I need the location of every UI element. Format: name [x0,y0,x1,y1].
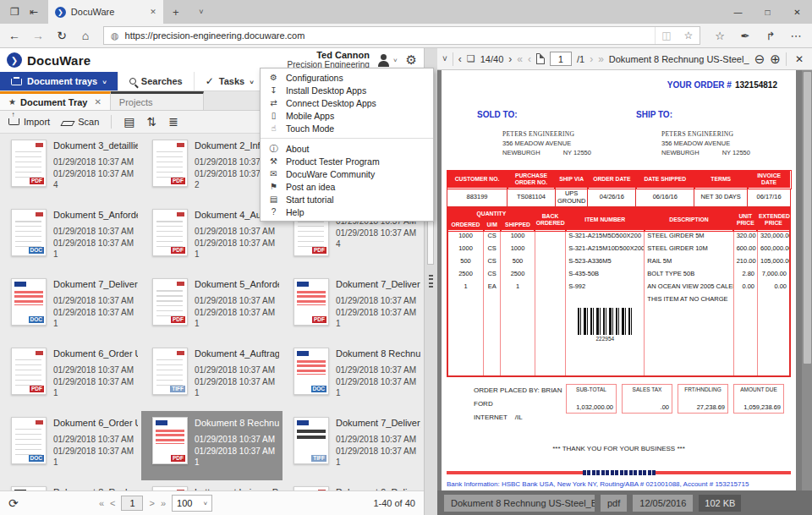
favorites-bar-icon[interactable]: ☆ [707,30,732,42]
nav-tasks[interactable]: ✓ Tasks ˅ [195,72,266,90]
window-minimize-button[interactable]: — [723,0,753,24]
menu-item-help[interactable]: ?Help [261,205,433,218]
browser-tab-docuware[interactable]: ❯ DocuWare ✕ [48,0,163,24]
item-extended-price: 105,000.00 [757,256,790,269]
page-size-select[interactable]: 100 ˅ [172,495,212,512]
file-type-badge: PDF [171,178,185,185]
thumb-lines [156,290,183,317]
favorite-star-icon[interactable]: ☆ [678,30,700,41]
more-options-icon[interactable]: ⋯ [783,30,809,42]
home-button[interactable]: ⌂ [74,29,96,42]
set-tabs-aside-icon[interactable]: ⇤ [30,6,38,18]
item-unit-price: 2.80 [733,269,757,282]
tab-document-tray[interactable]: ★ Document Tray ✕ [0,91,111,110]
favorite-star-icon[interactable]: ★ [8,97,16,107]
document-item[interactable]: Letter_out Leisure Park J [141,480,283,490]
document-item[interactable]: PDFDokument 3_detailliertes01/29/2018 10… [0,134,141,203]
menu-item-about[interactable]: ⓘAbout [261,142,433,155]
document-item[interactable]: DOCDokument 7_Delivery No01/29/2018 10:3… [0,272,141,342]
next-page-button[interactable]: › [590,53,593,65]
document-item[interactable]: DOCDokument 5_Anforderun01/29/2018 10:37… [0,203,141,272]
document-item[interactable]: PDFDokument 7_Delivery No01/29/2018 10:3… [283,272,424,342]
viewer-scrollbar-thumb[interactable] [804,72,811,364]
prev-page-button[interactable]: < [110,498,115,508]
viewer-close-icon[interactable]: ✕ [795,53,804,65]
viewer-menu-chevron-icon[interactable]: ˅ [442,54,447,63]
item-header: BACK ORDERED [535,208,565,231]
item-cell [501,294,535,307]
document-page-count: 1 [195,249,279,260]
menu-item-configurations[interactable]: ⚙Configurations [261,71,433,84]
menu-item-start-tutorial[interactable]: ▤Start tutorial [261,193,433,205]
menu-item-label: Touch Mode [286,123,334,134]
first-page-button[interactable]: « [99,498,104,508]
item-backordered [535,256,565,269]
viewer-page-input[interactable]: 1 [550,52,572,66]
document-item[interactable]: PDFDokument 6_Order US-501/29/2018 10:37… [0,342,141,411]
viewer-scrollbar[interactable] [802,70,812,490]
sort-icon[interactable]: ⇅ [147,115,157,129]
document-item[interactable]: TIFFDokument 7_Delivery no01/29/2018 10:… [283,411,424,480]
menu-item-product-tester-program[interactable]: ⚒Product Tester Program [261,155,433,167]
document-thumbnail: PDF [294,278,329,326]
window-close-button[interactable]: ✕ [782,0,812,24]
window-maximize-button[interactable]: □ [753,0,782,24]
tab-projects[interactable]: Projects [111,91,204,110]
reading-view-icon[interactable]: ◫ [656,30,678,41]
menu-item-mobile-apps[interactable]: ▯Mobile Apps [261,109,433,122]
status-filename: Dokument 8 Rechnung US-Steel_Barcod... [444,495,595,512]
nav-searches[interactable]: Searches [118,72,195,90]
import-button[interactable]: Import [8,117,50,127]
menu-item-install-desktop-apps[interactable]: ↧Install Desktop Apps [261,84,433,96]
forward-button[interactable]: → [27,29,49,42]
nav-document-trays[interactable]: Document trays ˅ [0,72,118,90]
refresh-list-icon[interactable]: ⟳ [8,496,19,510]
first-page-button[interactable]: « [517,53,523,65]
settings-gear-icon[interactable]: ⚙ [406,52,417,68]
document-item[interactable]: PDFDokument 5_Anforderun01/29/2018 10:37… [141,272,283,342]
share-icon[interactable]: ↱ [758,30,783,42]
zoom-out-icon[interactable]: ⊖ [754,52,765,67]
menu-item-docuware-community[interactable]: ✉DocuWare Community [261,167,433,180]
document-tray-icon [11,79,22,85]
tab-close-icon[interactable]: ✕ [150,8,156,16]
document-item[interactable]: Dokument 9_Delivery No [283,480,424,490]
user-avatar-icon[interactable] [376,53,392,67]
browser-toolbar: ← → ↻ ⌂ ◍ https://precision-engineering.… [0,24,812,48]
last-page-button[interactable]: » [161,498,166,508]
menu-item-connect-desktop-apps[interactable]: ⇄Connect Desktop Apps [261,96,433,109]
scan-button[interactable]: Scan [62,117,99,127]
document-item[interactable]: Dokument 8_Rechnung l [0,480,141,490]
sold-to-label: SOLD TO: [477,110,636,119]
page-number-input[interactable]: 1 [121,496,143,511]
total-label: AMOUNT DUE [737,386,781,392]
next-page-button[interactable]: > [149,498,154,508]
document-item[interactable]: DOCDokument 6_Order US-S01/29/2018 10:37… [0,411,141,480]
zoom-in-icon[interactable]: ⊕ [770,52,781,67]
address-bar[interactable]: ◍ https://precision-engineering.docuware… [103,26,700,45]
next-document-button[interactable]: › [508,53,512,65]
user-menu-chevron-icon[interactable]: ˅ [393,57,398,64]
tab-list-chevron-icon[interactable]: ˅ [189,0,214,24]
refresh-button[interactable]: ↻ [51,29,73,42]
last-page-button[interactable]: » [598,53,604,65]
tab-label: Document Tray [20,97,87,107]
store-stack-icon[interactable]: ≣ [168,115,178,129]
prev-document-button[interactable]: ‹ [458,53,462,65]
back-button[interactable]: ← [3,29,25,42]
new-tab-button[interactable]: + [163,0,189,24]
thumb-tag [36,212,43,216]
prev-page-button[interactable]: ‹ [528,53,531,65]
document-item[interactable]: PDFDokument 8 Rechnung U01/29/2018 10:37… [141,411,283,480]
menu-item-post-an-idea[interactable]: ⚑Post an idea [261,180,433,193]
address-street: 356 MEADOW AVENUE [502,139,636,148]
list-scrollbar-thumb[interactable] [427,216,434,265]
menu-item-touch-mode[interactable]: ☝Touch Mode [261,122,433,134]
tab-close-icon[interactable]: ✕ [94,97,101,107]
item-cell [535,307,565,342]
tab-preview-icon[interactable]: ❐ [10,6,19,18]
document-item[interactable]: DOCDokument 8 Rechnung U01/29/2018 10:37… [283,342,424,411]
document-item[interactable]: TIFFDokument 4_Auftrag_Sc01/29/2018 10:3… [141,342,283,411]
ink-pen-icon[interactable]: ✒ [732,30,758,42]
list-view-icon[interactable]: ▤ [123,115,134,129]
